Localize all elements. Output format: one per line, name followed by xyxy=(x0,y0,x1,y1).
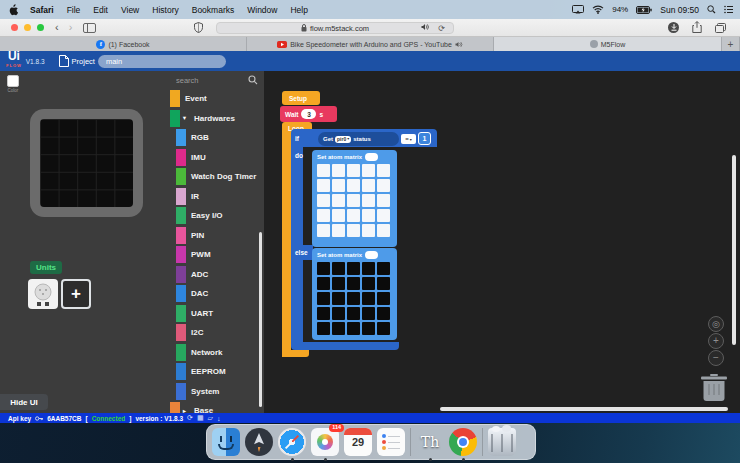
workspace-vertical-scrollbar[interactable] xyxy=(732,155,736,345)
operator-dropdown[interactable]: =▾ xyxy=(401,134,416,144)
matrix-cell[interactable] xyxy=(362,322,375,335)
tab-youtube[interactable]: Bike Speedometer with Arduino and GPS - … xyxy=(247,37,494,51)
matrix-cell[interactable] xyxy=(362,179,375,192)
matrix-cell[interactable] xyxy=(377,179,390,192)
matrix-cell[interactable] xyxy=(377,292,390,305)
refresh-connection-icon[interactable]: ⟳ xyxy=(187,414,193,422)
color-swatch[interactable] xyxy=(7,75,19,87)
wait-block[interactable]: Wait 3 s xyxy=(280,106,337,122)
back-button[interactable]: ‹ xyxy=(55,22,59,33)
matrix-cell[interactable] xyxy=(362,307,375,320)
add-unit-button[interactable]: + xyxy=(61,279,91,309)
dock-finder-icon[interactable] xyxy=(212,428,240,456)
matrix-cell[interactable] xyxy=(362,209,375,222)
dock-calendar-icon[interactable]: 29 xyxy=(344,428,372,456)
sidebar-item-hardwares[interactable]: ▼Hardwares xyxy=(170,109,264,129)
search-input[interactable] xyxy=(176,76,242,85)
matrix-cell[interactable] xyxy=(332,307,345,320)
dock-photos-icon[interactable]: 114 xyxy=(311,428,339,456)
dock-thonny-icon[interactable]: Th xyxy=(416,428,444,456)
matrix-cell[interactable] xyxy=(332,277,345,290)
loop-block-spine[interactable] xyxy=(282,134,291,357)
menu-help[interactable]: Help xyxy=(290,5,307,15)
color-value-pill[interactable] xyxy=(365,153,378,161)
menu-window[interactable]: Window xyxy=(247,5,277,15)
zoom-out-button[interactable]: − xyxy=(708,350,724,366)
minimize-window-button[interactable] xyxy=(24,24,31,31)
matrix-cell[interactable] xyxy=(332,179,345,192)
matrix-cell[interactable] xyxy=(317,307,330,320)
sidebar-item-pwm[interactable]: PWM xyxy=(170,245,264,265)
footer-download-icon[interactable]: ↓ xyxy=(217,415,221,422)
sidebar-toggle-icon[interactable] xyxy=(83,19,96,37)
downloads-icon[interactable] xyxy=(668,22,679,33)
matrix-cell[interactable] xyxy=(377,307,390,320)
get-status-block[interactable]: Get pir0▾ status xyxy=(318,132,399,146)
zoom-center-button[interactable]: ◎ xyxy=(708,316,724,332)
project-label[interactable]: Project xyxy=(72,57,95,66)
screen-mirroring-icon[interactable] xyxy=(572,5,584,14)
matrix-cell[interactable] xyxy=(347,322,360,335)
dock-chrome-icon[interactable] xyxy=(449,428,477,456)
menu-view[interactable]: View xyxy=(121,5,139,15)
sidebar-item-ir[interactable]: IR xyxy=(170,187,264,207)
notification-center-icon[interactable] xyxy=(724,5,734,14)
matrix-cell[interactable] xyxy=(332,164,345,177)
pin-dropdown[interactable]: pir0▾ xyxy=(335,136,351,143)
matrix-cell[interactable] xyxy=(347,292,360,305)
number-value-block[interactable]: 1 xyxy=(418,132,431,145)
dock-reminders-icon[interactable] xyxy=(377,428,405,456)
matrix-cell[interactable] xyxy=(347,164,360,177)
device-grid-icon[interactable]: ▦ xyxy=(197,414,204,422)
matrix-cell[interactable] xyxy=(317,292,330,305)
sidebar-scrollbar[interactable] xyxy=(259,232,262,407)
close-window-button[interactable] xyxy=(11,24,18,31)
sidebar-item-uart[interactable]: UART xyxy=(170,304,264,324)
tab-audio-icon[interactable] xyxy=(455,41,463,48)
matrix-cell[interactable] xyxy=(332,292,345,305)
matrix-cell[interactable] xyxy=(377,322,390,335)
matrix-cell[interactable] xyxy=(347,277,360,290)
apple-icon[interactable] xyxy=(8,4,18,16)
matrix-cell[interactable] xyxy=(332,262,345,275)
dock-safari-icon[interactable] xyxy=(278,428,306,456)
led-matrix-editor[interactable] xyxy=(317,164,390,237)
tab-m5flow[interactable]: M5Flow xyxy=(494,37,722,51)
matrix-cell[interactable] xyxy=(362,277,375,290)
dock-launchpad-icon[interactable] xyxy=(245,428,273,456)
menubar-clock[interactable]: Sun 09:50 xyxy=(660,5,699,15)
matrix-cell[interactable] xyxy=(332,194,345,207)
matrix-cell[interactable] xyxy=(362,262,375,275)
matrix-cell[interactable] xyxy=(317,209,330,222)
reload-icon[interactable]: ⟳ xyxy=(438,24,445,33)
share-icon[interactable] xyxy=(692,19,702,37)
sidebar-item-dac[interactable]: DAC xyxy=(170,284,264,304)
search-icon[interactable] xyxy=(248,75,258,85)
led-matrix-editor[interactable] xyxy=(317,262,390,335)
sidebar-item-watch-dog-timer[interactable]: Watch Dog Timer xyxy=(170,167,264,187)
matrix-cell[interactable] xyxy=(347,307,360,320)
zoom-window-button[interactable] xyxy=(37,24,44,31)
url-field[interactable]: flow.m5stack.com ⟳ xyxy=(216,22,454,34)
matrix-cell[interactable] xyxy=(317,262,330,275)
matrix-cell[interactable] xyxy=(377,194,390,207)
matrix-cell[interactable] xyxy=(347,194,360,207)
hide-ui-button[interactable]: Hide UI xyxy=(0,394,48,410)
sidebar-item-adc[interactable]: ADC xyxy=(170,265,264,285)
spotlight-icon[interactable] xyxy=(707,5,716,14)
category-expand-arrow-icon[interactable]: ▼ xyxy=(180,115,189,121)
tab-facebook[interactable]: f (1) Facebook xyxy=(0,37,247,51)
setup-block[interactable]: Setup xyxy=(282,91,320,105)
matrix-cell[interactable] xyxy=(317,194,330,207)
pir-unit-tile[interactable] xyxy=(28,279,58,309)
menu-file[interactable]: File xyxy=(67,5,81,15)
sidebar-item-pin[interactable]: PIN xyxy=(170,226,264,246)
sidebar-item-rgb[interactable]: RGB xyxy=(170,128,264,148)
matrix-cell[interactable] xyxy=(362,164,375,177)
matrix-cell[interactable] xyxy=(317,224,330,237)
matrix-cell[interactable] xyxy=(377,164,390,177)
menu-bookmarks[interactable]: Bookmarks xyxy=(192,5,235,15)
matrix-cell[interactable] xyxy=(332,322,345,335)
zoom-in-button[interactable]: + xyxy=(708,333,724,349)
matrix-cell[interactable] xyxy=(362,224,375,237)
